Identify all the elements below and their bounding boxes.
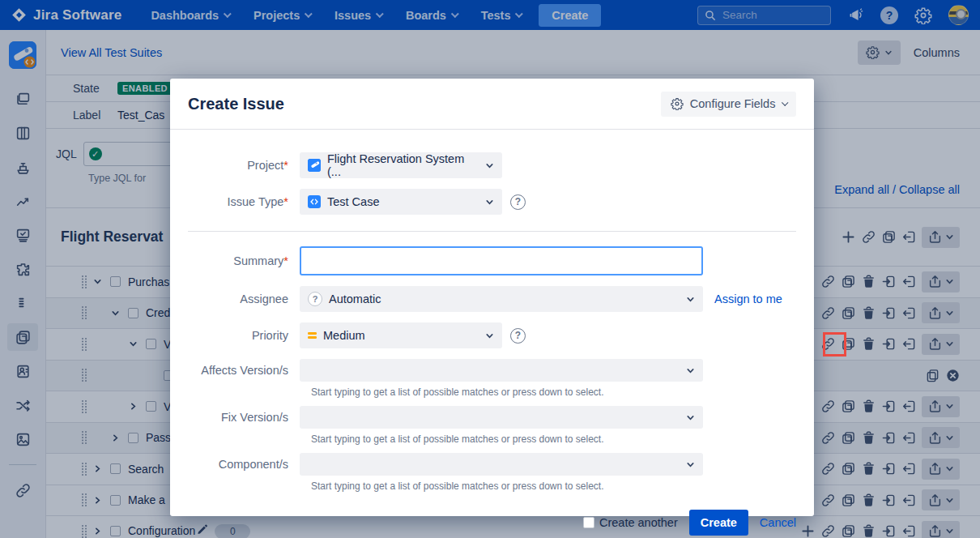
chevron-down-icon bbox=[686, 366, 695, 375]
chevron-down-icon bbox=[485, 198, 494, 207]
issue-type-select[interactable]: Test Case bbox=[300, 189, 502, 215]
priority-select[interactable]: Medium bbox=[300, 322, 502, 348]
modal-footer: Create another Create Cancel bbox=[170, 500, 814, 536]
components-helper: Start typing to get a list of possible m… bbox=[311, 480, 796, 492]
automatic-avatar-icon: ? bbox=[308, 292, 322, 306]
summary-label: Summary bbox=[233, 254, 283, 267]
project-label: Project bbox=[247, 159, 283, 172]
create-another-checkbox[interactable] bbox=[583, 517, 594, 528]
create-issue-dialog: Create Issue Configure Fields Project* F… bbox=[170, 79, 814, 516]
chevron-down-icon bbox=[686, 295, 695, 304]
project-select[interactable]: Flight Reservation System (... bbox=[300, 152, 502, 178]
issue-type-help-icon[interactable]: ? bbox=[510, 194, 526, 210]
components-select[interactable] bbox=[300, 453, 703, 476]
configure-fields-label: Configure Fields bbox=[690, 97, 776, 110]
affects-versions-select[interactable] bbox=[300, 359, 703, 382]
priority-help-icon[interactable]: ? bbox=[510, 328, 526, 344]
issue-type-value: Test Case bbox=[327, 195, 379, 208]
chevron-down-icon bbox=[686, 413, 695, 422]
test-case-type-icon bbox=[308, 195, 321, 208]
project-avatar-icon bbox=[308, 159, 321, 172]
create-button[interactable]: Create bbox=[689, 510, 748, 536]
chevron-down-icon bbox=[782, 100, 789, 106]
chevron-down-icon bbox=[485, 331, 494, 340]
project-value: Flight Reservation System (... bbox=[327, 152, 479, 178]
summary-input[interactable] bbox=[300, 246, 703, 275]
chevron-down-icon bbox=[485, 161, 494, 170]
issue-type-label: Issue Type bbox=[227, 195, 283, 208]
affects-versions-helper: Start typing to get a list of possible m… bbox=[311, 386, 796, 398]
configure-fields-button[interactable]: Configure Fields bbox=[661, 92, 796, 117]
affects-versions-label: Affects Version/s bbox=[188, 364, 300, 377]
create-another-label: Create another bbox=[599, 516, 678, 529]
modal-body: Project* Flight Reservation System (... … bbox=[170, 130, 814, 492]
priority-medium-icon bbox=[308, 332, 317, 339]
assign-to-me-link[interactable]: Assign to me bbox=[714, 292, 782, 305]
gear-icon bbox=[671, 97, 684, 110]
components-label: Component/s bbox=[188, 458, 300, 471]
fix-versions-select[interactable] bbox=[300, 406, 703, 429]
fix-versions-label: Fix Version/s bbox=[188, 411, 300, 424]
form-divider bbox=[188, 231, 796, 232]
fix-versions-helper: Start typing to get a list of possible m… bbox=[311, 433, 796, 445]
priority-value: Medium bbox=[323, 329, 365, 342]
assignee-label: Assignee bbox=[188, 292, 300, 305]
cancel-link[interactable]: Cancel bbox=[760, 516, 796, 529]
modal-title: Create Issue bbox=[188, 95, 284, 113]
assignee-value: Automatic bbox=[329, 292, 381, 305]
priority-label: Priority bbox=[188, 329, 300, 342]
modal-header: Create Issue Configure Fields bbox=[170, 79, 814, 130]
assignee-select[interactable]: ? Automatic bbox=[300, 286, 703, 312]
chevron-down-icon bbox=[686, 460, 695, 469]
